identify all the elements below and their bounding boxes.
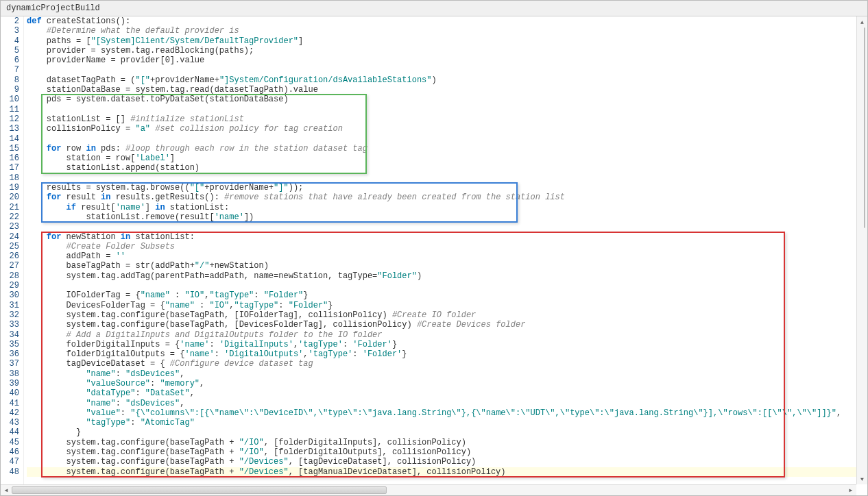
line-number: 11 [8, 105, 19, 114]
code-line[interactable]: stationDataBase = system.tag.read(datase… [27, 85, 867, 95]
code-line[interactable] [27, 134, 867, 144]
code-line[interactable]: "name": "dsDevices", [27, 369, 867, 379]
title-bar: dynamicProjectBuild [1, 1, 867, 16]
code-line[interactable]: addPath = '' [27, 251, 867, 261]
hscroll-thumb[interactable] [12, 486, 387, 494]
line-number: 46 [8, 447, 19, 457]
scroll-left-arrow-icon[interactable]: ◀ [1, 485, 12, 496]
code-line[interactable]: folderDigitalInputs = {'name': 'DigitalI… [27, 340, 867, 349]
code-line[interactable]: pds = system.dataset.toPyDataSet(station… [27, 95, 867, 104]
horizontal-scrollbar[interactable]: ◀ ▶ [1, 484, 856, 495]
code-line[interactable]: "dataType": "DataSet", [27, 388, 867, 398]
scroll-right-arrow-icon[interactable]: ▶ [845, 485, 856, 496]
scroll-up-arrow-icon[interactable]: ▲ [857, 16, 868, 27]
code-line[interactable]: stationList.append(station) [27, 163, 867, 173]
code-line[interactable]: providerName = provider[0].value [27, 55, 867, 65]
line-number: 29 [8, 281, 19, 290]
line-number: 3 [8, 26, 19, 36]
line-number: 22 [8, 212, 19, 222]
vertical-scrollbar[interactable]: ▲ ▼ [856, 16, 867, 484]
code-line[interactable] [27, 222, 867, 232]
line-number: 36 [8, 349, 19, 359]
code-line[interactable] [27, 173, 867, 183]
code-line[interactable]: system.tag.addTag(parentPath=addPath, na… [27, 271, 867, 281]
line-number: 17 [8, 163, 19, 173]
code-line[interactable]: for newStation in stationList: [27, 232, 867, 242]
code-line[interactable]: collisionPolicy = "a" #set collision pol… [27, 124, 867, 134]
code-line[interactable]: paths = ["[System]Client/System/DefaultT… [27, 36, 867, 46]
code-editor[interactable]: 2345678910111213141516171819202122232425… [1, 16, 867, 495]
line-number: 20 [8, 193, 19, 202]
line-number: 47 [8, 457, 19, 467]
line-number: 14 [8, 134, 19, 144]
line-number: 4 [8, 36, 19, 46]
code-line[interactable]: system.tag.configure(baseTagPath, [IOFol… [27, 310, 867, 320]
code-line[interactable]: "value": "{\"columns\":[{\"name\":\"Devi… [27, 408, 867, 418]
code-line[interactable]: results = system.tag.browse(("["+provide… [27, 183, 867, 193]
line-number: 8 [8, 75, 19, 85]
code-line[interactable]: if result['name'] in stationList: [27, 203, 867, 212]
line-number: 26 [8, 251, 19, 261]
code-line[interactable]: system.tag.configure(baseTagPath + "/Dev… [27, 467, 867, 477]
line-number: 19 [8, 183, 19, 193]
code-line[interactable]: system.tag.configure(baseTagPath + "/Dev… [27, 457, 867, 467]
line-number: 30 [8, 290, 19, 300]
code-line[interactable]: for row in pds: #loop through each row i… [27, 144, 867, 153]
code-line[interactable]: baseTagPath = str(addPath+"/"+newStation… [27, 261, 867, 271]
line-number: 27 [8, 261, 19, 271]
line-number: 45 [8, 438, 19, 447]
line-number: 6 [8, 55, 19, 65]
line-number: 31 [8, 301, 19, 310]
code-line[interactable]: system.tag.configure(baseTagPath, [Devic… [27, 320, 867, 330]
code-line[interactable]: for result in results.getResults(): #rem… [27, 193, 867, 202]
line-number: 44 [8, 427, 19, 437]
line-number: 15 [8, 144, 19, 153]
code-line[interactable]: stationList = [] #initialize stationList [27, 114, 867, 124]
code-line[interactable]: folderDigitalOutputs = {'name': 'Digital… [27, 349, 867, 359]
code-line[interactable]: station = row['Label'] [27, 153, 867, 163]
code-line[interactable]: datasetTagPath = ("["+providerName+"]Sys… [27, 75, 867, 85]
code-line[interactable]: } [27, 427, 867, 437]
script-title: dynamicProjectBuild [6, 3, 100, 13]
code-line[interactable] [27, 65, 867, 75]
line-number: 40 [8, 388, 19, 398]
code-line[interactable]: tagDeviceDataset = { #Configure device d… [27, 359, 867, 369]
code-line[interactable]: # Add a DigitalInputs and DigitalOutputs… [27, 330, 867, 340]
scroll-down-arrow-icon[interactable]: ▼ [857, 473, 868, 484]
line-number: 41 [8, 399, 19, 408]
line-number: 10 [8, 95, 19, 104]
code-line[interactable]: #Determine what the default provider is [27, 26, 867, 36]
code-line[interactable]: stationList.remove(result['name']) [27, 212, 867, 222]
code-line[interactable]: "name": "dsDevices", [27, 399, 867, 408]
line-number: 25 [8, 242, 19, 251]
line-number: 48 [8, 467, 19, 477]
code-line[interactable]: "tagType": "AtomicTag" [27, 418, 867, 427]
code-line[interactable]: IOFolderTag = {"name" : "IO","tagType": … [27, 290, 867, 300]
code-line[interactable] [27, 105, 867, 114]
line-number: 33 [8, 320, 19, 330]
code-line[interactable]: system.tag.configure(baseTagPath + "/IO"… [27, 438, 867, 447]
code-line[interactable] [27, 281, 867, 290]
line-number: 5 [8, 46, 19, 55]
code-line[interactable]: def createStations(): [27, 16, 867, 26]
code-line[interactable]: "valueSource": "memory", [27, 379, 867, 388]
code-line[interactable]: #Create Folder Subsets [27, 242, 867, 251]
line-number: 28 [8, 271, 19, 281]
line-number: 2 [8, 16, 19, 26]
hscroll-track[interactable] [12, 485, 845, 495]
line-number: 34 [8, 330, 19, 340]
line-number: 32 [8, 310, 19, 320]
line-number: 16 [8, 153, 19, 163]
line-number: 43 [8, 418, 19, 427]
line-number: 13 [8, 124, 19, 134]
code-line[interactable]: provider = system.tag.readBlocking(paths… [27, 46, 867, 55]
code-area[interactable]: def createStations(): #Determine what th… [24, 16, 867, 495]
line-number: 21 [8, 203, 19, 212]
vscroll-thumb[interactable] [864, 27, 865, 228]
code-line[interactable]: system.tag.configure(baseTagPath + "/IO"… [27, 447, 867, 457]
line-number-gutter: 2345678910111213141516171819202122232425… [1, 16, 24, 495]
line-number: 18 [8, 173, 19, 183]
code-line[interactable]: DevicesFolderTag = {"name" : "IO","tagTy… [27, 301, 867, 310]
line-number: 38 [8, 369, 19, 379]
line-number: 12 [8, 114, 19, 124]
